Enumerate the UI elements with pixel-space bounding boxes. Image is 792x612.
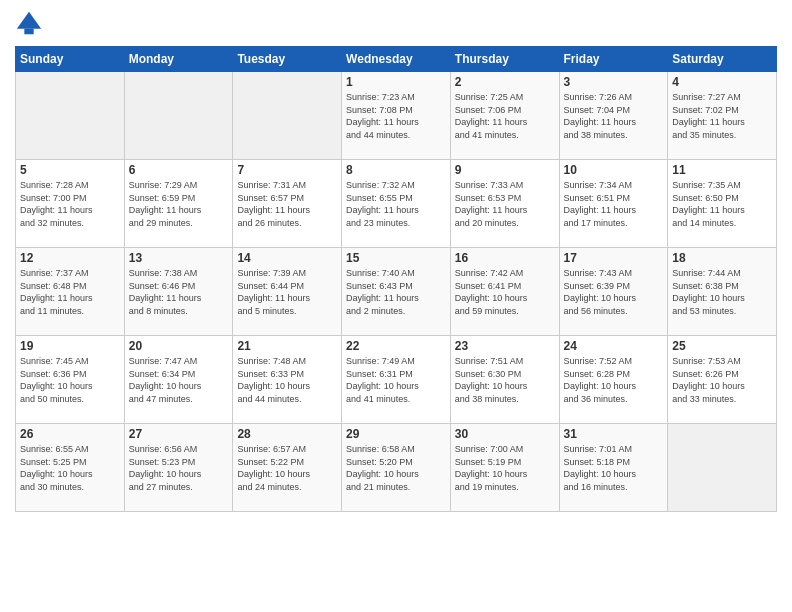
day-number: 6 [129,163,229,177]
day-info: Sunrise: 7:25 AM Sunset: 7:06 PM Dayligh… [455,91,555,141]
calendar-cell: 14Sunrise: 7:39 AM Sunset: 6:44 PM Dayli… [233,248,342,336]
day-number: 12 [20,251,120,265]
day-number: 5 [20,163,120,177]
day-info: Sunrise: 7:42 AM Sunset: 6:41 PM Dayligh… [455,267,555,317]
calendar-cell [668,424,777,512]
day-number: 24 [564,339,664,353]
day-info: Sunrise: 7:39 AM Sunset: 6:44 PM Dayligh… [237,267,337,317]
calendar-cell: 10Sunrise: 7:34 AM Sunset: 6:51 PM Dayli… [559,160,668,248]
calendar-cell: 18Sunrise: 7:44 AM Sunset: 6:38 PM Dayli… [668,248,777,336]
day-info: Sunrise: 7:51 AM Sunset: 6:30 PM Dayligh… [455,355,555,405]
day-number: 18 [672,251,772,265]
day-number: 16 [455,251,555,265]
day-info: Sunrise: 7:00 AM Sunset: 5:19 PM Dayligh… [455,443,555,493]
day-number: 7 [237,163,337,177]
day-number: 22 [346,339,446,353]
calendar-week-4: 19Sunrise: 7:45 AM Sunset: 6:36 PM Dayli… [16,336,777,424]
day-info: Sunrise: 6:55 AM Sunset: 5:25 PM Dayligh… [20,443,120,493]
calendar-cell: 28Sunrise: 6:57 AM Sunset: 5:22 PM Dayli… [233,424,342,512]
calendar-cell: 9Sunrise: 7:33 AM Sunset: 6:53 PM Daylig… [450,160,559,248]
calendar-cell: 1Sunrise: 7:23 AM Sunset: 7:08 PM Daylig… [342,72,451,160]
day-info: Sunrise: 7:33 AM Sunset: 6:53 PM Dayligh… [455,179,555,229]
calendar-cell: 12Sunrise: 7:37 AM Sunset: 6:48 PM Dayli… [16,248,125,336]
calendar-cell: 4Sunrise: 7:27 AM Sunset: 7:02 PM Daylig… [668,72,777,160]
day-number: 27 [129,427,229,441]
day-info: Sunrise: 7:44 AM Sunset: 6:38 PM Dayligh… [672,267,772,317]
day-number: 25 [672,339,772,353]
calendar-header-wednesday: Wednesday [342,47,451,72]
calendar-cell: 2Sunrise: 7:25 AM Sunset: 7:06 PM Daylig… [450,72,559,160]
day-info: Sunrise: 7:35 AM Sunset: 6:50 PM Dayligh… [672,179,772,229]
day-info: Sunrise: 7:23 AM Sunset: 7:08 PM Dayligh… [346,91,446,141]
svg-rect-1 [24,29,33,35]
day-info: Sunrise: 7:27 AM Sunset: 7:02 PM Dayligh… [672,91,772,141]
calendar-cell: 22Sunrise: 7:49 AM Sunset: 6:31 PM Dayli… [342,336,451,424]
day-number: 23 [455,339,555,353]
calendar-header-tuesday: Tuesday [233,47,342,72]
day-info: Sunrise: 7:48 AM Sunset: 6:33 PM Dayligh… [237,355,337,405]
calendar-cell: 7Sunrise: 7:31 AM Sunset: 6:57 PM Daylig… [233,160,342,248]
day-number: 28 [237,427,337,441]
day-info: Sunrise: 7:52 AM Sunset: 6:28 PM Dayligh… [564,355,664,405]
logo-icon [15,10,43,38]
calendar: SundayMondayTuesdayWednesdayThursdayFrid… [15,46,777,512]
calendar-cell: 17Sunrise: 7:43 AM Sunset: 6:39 PM Dayli… [559,248,668,336]
day-info: Sunrise: 7:38 AM Sunset: 6:46 PM Dayligh… [129,267,229,317]
calendar-cell: 23Sunrise: 7:51 AM Sunset: 6:30 PM Dayli… [450,336,559,424]
calendar-header-row: SundayMondayTuesdayWednesdayThursdayFrid… [16,47,777,72]
day-info: Sunrise: 7:32 AM Sunset: 6:55 PM Dayligh… [346,179,446,229]
day-info: Sunrise: 7:26 AM Sunset: 7:04 PM Dayligh… [564,91,664,141]
calendar-week-1: 1Sunrise: 7:23 AM Sunset: 7:08 PM Daylig… [16,72,777,160]
day-number: 14 [237,251,337,265]
calendar-cell: 26Sunrise: 6:55 AM Sunset: 5:25 PM Dayli… [16,424,125,512]
day-info: Sunrise: 7:01 AM Sunset: 5:18 PM Dayligh… [564,443,664,493]
day-info: Sunrise: 7:34 AM Sunset: 6:51 PM Dayligh… [564,179,664,229]
calendar-cell: 31Sunrise: 7:01 AM Sunset: 5:18 PM Dayli… [559,424,668,512]
svg-marker-0 [17,12,41,29]
calendar-cell: 13Sunrise: 7:38 AM Sunset: 6:46 PM Dayli… [124,248,233,336]
day-number: 20 [129,339,229,353]
day-info: Sunrise: 6:58 AM Sunset: 5:20 PM Dayligh… [346,443,446,493]
calendar-cell: 3Sunrise: 7:26 AM Sunset: 7:04 PM Daylig… [559,72,668,160]
logo [15,10,47,38]
day-number: 9 [455,163,555,177]
day-info: Sunrise: 7:37 AM Sunset: 6:48 PM Dayligh… [20,267,120,317]
calendar-cell: 16Sunrise: 7:42 AM Sunset: 6:41 PM Dayli… [450,248,559,336]
day-number: 3 [564,75,664,89]
calendar-cell: 11Sunrise: 7:35 AM Sunset: 6:50 PM Dayli… [668,160,777,248]
calendar-header-saturday: Saturday [668,47,777,72]
calendar-header-thursday: Thursday [450,47,559,72]
calendar-cell: 27Sunrise: 6:56 AM Sunset: 5:23 PM Dayli… [124,424,233,512]
day-number: 29 [346,427,446,441]
calendar-cell [233,72,342,160]
calendar-header-friday: Friday [559,47,668,72]
calendar-cell [124,72,233,160]
calendar-week-2: 5Sunrise: 7:28 AM Sunset: 7:00 PM Daylig… [16,160,777,248]
day-info: Sunrise: 7:49 AM Sunset: 6:31 PM Dayligh… [346,355,446,405]
day-number: 10 [564,163,664,177]
day-number: 2 [455,75,555,89]
day-info: Sunrise: 7:43 AM Sunset: 6:39 PM Dayligh… [564,267,664,317]
calendar-cell: 8Sunrise: 7:32 AM Sunset: 6:55 PM Daylig… [342,160,451,248]
calendar-cell: 25Sunrise: 7:53 AM Sunset: 6:26 PM Dayli… [668,336,777,424]
day-number: 21 [237,339,337,353]
day-number: 11 [672,163,772,177]
calendar-cell: 15Sunrise: 7:40 AM Sunset: 6:43 PM Dayli… [342,248,451,336]
calendar-cell: 6Sunrise: 7:29 AM Sunset: 6:59 PM Daylig… [124,160,233,248]
calendar-cell: 29Sunrise: 6:58 AM Sunset: 5:20 PM Dayli… [342,424,451,512]
calendar-cell: 30Sunrise: 7:00 AM Sunset: 5:19 PM Dayli… [450,424,559,512]
day-info: Sunrise: 7:53 AM Sunset: 6:26 PM Dayligh… [672,355,772,405]
day-info: Sunrise: 6:56 AM Sunset: 5:23 PM Dayligh… [129,443,229,493]
day-number: 13 [129,251,229,265]
day-info: Sunrise: 7:29 AM Sunset: 6:59 PM Dayligh… [129,179,229,229]
day-number: 15 [346,251,446,265]
day-number: 31 [564,427,664,441]
day-number: 19 [20,339,120,353]
day-info: Sunrise: 7:40 AM Sunset: 6:43 PM Dayligh… [346,267,446,317]
day-number: 4 [672,75,772,89]
calendar-cell [16,72,125,160]
day-number: 1 [346,75,446,89]
calendar-header-sunday: Sunday [16,47,125,72]
day-info: Sunrise: 7:31 AM Sunset: 6:57 PM Dayligh… [237,179,337,229]
day-info: Sunrise: 7:47 AM Sunset: 6:34 PM Dayligh… [129,355,229,405]
